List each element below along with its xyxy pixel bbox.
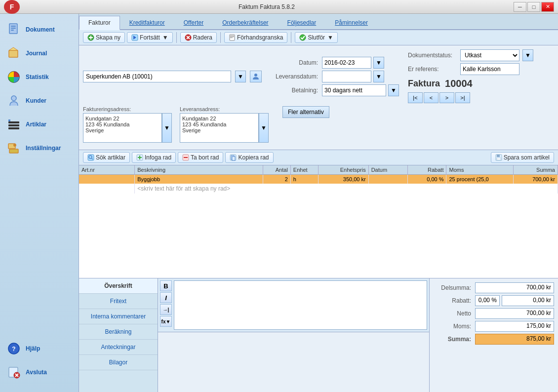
sok-artiklar-button[interactable]: Sök artiklar: [83, 152, 130, 163]
form-area: ▼ Datum: ▼ Leveransdatum:: [79, 45, 558, 150]
leveransadress-label: Leveransadress:: [180, 106, 269, 112]
betalning-input[interactable]: [322, 84, 386, 96]
rabatt-value: 0,00 kr: [502, 295, 554, 306]
sidebar-label-installningar: Inställningar: [26, 145, 61, 152]
sidebar-item-installningar[interactable]: Inställningar: [0, 136, 79, 160]
sidebar-label-artiklar: Artiklar: [26, 121, 46, 128]
bold-button[interactable]: B: [160, 280, 172, 291]
fler-alternativ-button[interactable]: Fler alternativ: [282, 106, 329, 118]
invoice-table-area: Art.nr Beskrivning Antal Enhet Enhetspri…: [79, 165, 558, 278]
tab-fakturor[interactable]: Fakturor: [79, 16, 120, 30]
indent-button[interactable]: →|: [160, 304, 172, 315]
cell-enhet: h: [290, 175, 318, 184]
col-header-enhet: Enhet: [290, 165, 318, 175]
minimize-button[interactable]: ─: [514, 2, 526, 12]
dokumentstatus-select[interactable]: Utkast: [460, 49, 519, 61]
fortsatt-dropdown[interactable]: ▼: [162, 34, 168, 41]
sidebar-item-kunder[interactable]: Kunder: [0, 89, 79, 113]
svg-point-15: [13, 144, 16, 147]
tab-paminnelser[interactable]: Påminnelser: [325, 16, 377, 29]
dokumentstatus-arrow[interactable]: ▼: [522, 49, 533, 61]
bottom-tab-berakning[interactable]: Beräkning: [79, 324, 158, 340]
maximize-button[interactable]: □: [527, 2, 540, 12]
svg-rect-33: [230, 38, 233, 38]
editor-content[interactable]: [174, 280, 427, 330]
sidebar-item-hjalp[interactable]: ? Hjälp: [0, 337, 79, 360]
italic-button[interactable]: I: [160, 292, 172, 303]
svg-rect-10: [8, 127, 19, 129]
bottom-tab-bilagor[interactable]: Bilagor: [79, 355, 158, 370]
hjalp-icon: ?: [6, 341, 22, 356]
text-editor: B I →| fx▼: [158, 278, 430, 392]
svg-rect-48: [497, 155, 500, 157]
delsumma-label: Delsumma:: [434, 284, 473, 291]
bottom-tab-list: Överskrift Fritext Interna kommentarer B…: [79, 278, 158, 392]
statistik-icon: [6, 69, 22, 85]
tab-orderbekraftelser[interactable]: Orderbekräftelser: [213, 16, 278, 29]
forhandsgranska-button[interactable]: Förhandsgranska: [224, 32, 287, 43]
kopiera-rad-button[interactable]: Kopiera rad: [225, 152, 273, 163]
address-row: Faktureringsadress: Kundgatan 22123 45 K…: [83, 106, 554, 143]
window-controls: ─ □ ✕: [514, 2, 554, 12]
betalning-dropdown-button[interactable]: ▼: [388, 84, 399, 96]
tab-kreditfakturor[interactable]: Kreditfakturor: [120, 16, 174, 29]
bottom-tab-overskrift[interactable]: Överskrift: [79, 278, 158, 294]
datum-dropdown-button[interactable]: ▼: [373, 57, 384, 69]
plus-icon: [87, 34, 94, 41]
nav-first-button[interactable]: |<: [408, 92, 423, 103]
sidebar-item-artiklar[interactable]: Artiklar: [0, 113, 79, 136]
summary-netto-row: Netto 700,00 kr: [434, 308, 554, 319]
leveransdatum-label: Leveransdatum:: [276, 73, 320, 80]
col-header-datum: Datum: [368, 165, 407, 175]
app-logo: F: [4, 0, 20, 14]
sidebar-item-journal[interactable]: Journal: [0, 41, 79, 65]
svg-point-7: [11, 96, 16, 101]
bottom-tab-interna-kommentarer[interactable]: Interna kommentarer: [79, 309, 158, 324]
radera-button[interactable]: Radera: [180, 32, 217, 43]
skapa-ny-button[interactable]: Skapa ny: [83, 32, 125, 43]
article-toolbar: Sök artiklar Infoga rad Ta bort rad: [79, 150, 558, 165]
spara-som-artikel-button[interactable]: Spara som artikel: [491, 152, 554, 163]
person-icon: [252, 73, 260, 80]
svg-rect-4: [9, 50, 18, 57]
customer-dropdown-button[interactable]: ▼: [235, 71, 246, 82]
summa-value: 875,00 kr: [475, 334, 554, 345]
rabatt-pct[interactable]: 0,00 %: [475, 295, 500, 306]
nav-next-button[interactable]: >: [439, 92, 454, 103]
slutfor-button[interactable]: Slutför ▼: [295, 32, 338, 43]
tab-offerter[interactable]: Offerter: [174, 16, 213, 29]
fortsatt-button[interactable]: Fortsätt ▼: [127, 32, 173, 43]
close-button[interactable]: ✕: [541, 2, 554, 12]
faktureringsadress-dropdown[interactable]: ▼: [162, 113, 172, 143]
customer-person-button[interactable]: [250, 71, 262, 82]
bottom-tab-anteckningar[interactable]: Anteckningar: [79, 340, 158, 355]
bottom-tab-fritext[interactable]: Fritext: [79, 294, 158, 309]
er-referens-input[interactable]: [460, 63, 519, 75]
slutfor-dropdown[interactable]: ▼: [327, 34, 333, 41]
sidebar-item-avsluta[interactable]: Avsluta: [0, 360, 79, 384]
formula-button[interactable]: fx▼: [160, 316, 172, 327]
remove-row-icon: [182, 154, 189, 161]
leveransdatum-dropdown-button[interactable]: ▼: [373, 71, 384, 82]
sidebar-item-dokument[interactable]: Dokument: [0, 18, 79, 41]
table-header-row: Art.nr Beskrivning Antal Enhet Enhetspri…: [79, 165, 558, 175]
ta-bort-rad-button[interactable]: Ta bort rad: [178, 152, 223, 163]
new-row-placeholder: [79, 184, 135, 194]
col-header-rabatt: Rabatt: [407, 165, 446, 175]
customer-input[interactable]: [83, 71, 231, 82]
datum-input[interactable]: [322, 57, 371, 69]
summary-rabatt-row: Rabatt: 0,00 % 0,00 kr: [434, 295, 554, 306]
nav-prev-button[interactable]: <: [424, 92, 438, 103]
nav-last-button[interactable]: >|: [455, 92, 470, 103]
cell-artnr: [79, 175, 135, 184]
infoga-rad-button[interactable]: Infoga rad: [132, 152, 176, 163]
new-row[interactable]: <skriv text här för att skapa ny rad>: [79, 184, 558, 194]
faktureringsadress-label: Faktureringsadress:: [83, 106, 172, 112]
artiklar-icon: [6, 117, 22, 132]
leveransadress-dropdown[interactable]: ▼: [259, 113, 269, 143]
tab-foljesedlar[interactable]: Följesedlar: [278, 16, 326, 29]
sidebar-item-statistik[interactable]: Statistik: [0, 65, 79, 89]
table-row[interactable]: Byggjobb 2 h 350,00 kr 0,00 % 25 procent…: [79, 175, 558, 184]
leveransdatum-input[interactable]: [322, 71, 371, 82]
sidebar-label-kunder: Kunder: [26, 97, 46, 104]
